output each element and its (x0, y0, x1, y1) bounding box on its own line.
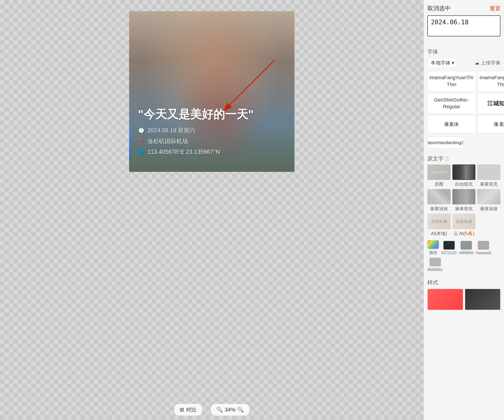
thumb-item-tairai: 泰莱填充 (477, 164, 500, 187)
location-row: 📍 洛杉矶国际机场 (138, 137, 254, 145)
thumb-grid-1: 2017.07.17 原图 自动填充 泰莱填充 (427, 164, 500, 187)
upload-font-label: 上传字体 (481, 60, 500, 66)
location-text: 洛杉矶国际机场 (147, 137, 188, 145)
thumb-auto[interactable] (452, 164, 476, 180)
location-icon: 📍 (138, 138, 144, 145)
color-swatch-gradient[interactable] (427, 240, 439, 249)
color-label-1: #272c33 (441, 251, 457, 255)
font-name-3: GenShinGothic-Regular (429, 97, 474, 111)
thumb-label-ai-cloud: 云 AI(5🔥) (454, 231, 474, 237)
right-panel: 取消选中 重置 2024.06.18 字体 本地字体 ▾ ☁ 上传字体 imam… (424, 0, 504, 420)
font-card-1[interactable]: imamaFangYuanTiV Thin (427, 71, 476, 92)
thumb-label-liquid-fill: 液体填充 (455, 206, 473, 212)
thumb-liquid-smear[interactable] (477, 189, 500, 204)
thumb-item-ai-cloud: 点击生成 云 AI(5🔥) (452, 214, 476, 236)
thumb-label-tairai: 泰莱填充 (480, 181, 498, 187)
panel-header: 取消选中 重置 (427, 5, 500, 12)
font-card-6[interactable]: 像素体 (478, 115, 504, 133)
zoom-in-icon: 🔍 (237, 407, 244, 413)
color-row: 颜色 #272c33 #8f989d #aeaaa5 #b5b6bc (427, 240, 500, 272)
compare-button[interactable]: ⊞ 对比 (174, 404, 202, 415)
photo-background: "今天又是美好的一天" 🕐 2024.06.18 星期六 📍 洛杉矶国际机场 🌐… (129, 11, 294, 172)
thumb-orig[interactable]: 2017.07.17 (427, 164, 451, 180)
thumb-item-orig: 2017.07.17 原图 (427, 164, 451, 187)
style-thumb-grid (427, 289, 500, 310)
partial-font-row: TasonHandwriting2- (427, 137, 500, 149)
original-text-section: 原文字 ? 2017.07.17 原图 自动填充 (427, 155, 500, 236)
font-name-1a: imamaFangYuanTiV (429, 74, 474, 81)
thumb-label-orig: 原图 (435, 181, 444, 187)
reset-button[interactable]: 重置 (490, 5, 500, 12)
thumb-label-ai-local: AI(本地) (431, 231, 447, 237)
zoom-value: 34% (225, 407, 235, 413)
deselect-label: 取消选中 (427, 5, 451, 12)
color-swatch-4[interactable] (429, 257, 441, 267)
color-label-3: #aeaaa5 (476, 251, 491, 255)
color-item-4: #b5b6bc (427, 257, 443, 272)
font-grid: imamaFangYuanTiV Thin imamaFangYuanTiV T… (427, 71, 500, 133)
color-item-3: #aeaaa5 (476, 241, 491, 255)
date-row: 🕐 2024.06.18 星期六 (138, 127, 254, 134)
zoom-button[interactable]: 🔍 34% 🔍 (211, 404, 249, 415)
color-section: 颜色 #272c33 #8f989d #aeaaa5 #b5b6bc (427, 240, 500, 272)
coords-row: 🌐 113.405678°E 23.135967°N (138, 148, 254, 155)
font-name-5: 像素体 (444, 121, 459, 128)
click-generate-label-2: 点击生成 (456, 219, 472, 224)
thumb-smear[interactable] (427, 189, 451, 204)
thumb-item-liquid-fill: 液体填充 (452, 189, 476, 212)
font-name-4: 江城知音体 (487, 99, 504, 107)
local-font-label: 本地字体 (431, 60, 450, 66)
thumb-grid-ai: 点击生成 AI(本地) 点击生成 云 AI(5🔥) (427, 214, 500, 236)
color-swatch-1[interactable] (443, 241, 455, 250)
font-section-label: 字体 (427, 48, 500, 55)
original-label-row: 原文字 ? (427, 155, 500, 162)
thumb-liquid-fill[interactable] (452, 189, 476, 204)
thumb-tairai[interactable] (477, 164, 500, 180)
thumb-ai-cloud[interactable]: 点击生成 (452, 214, 476, 229)
thumb-item-smear: 泰莱涂抹 (427, 189, 451, 212)
local-font-button[interactable]: 本地字体 ▾ (427, 58, 457, 68)
color-swatch-2[interactable] (460, 241, 472, 250)
thumb-ai-local[interactable]: 点击生成 (427, 214, 451, 229)
coords-text: 113.405678°E 23.135967°N (147, 148, 220, 155)
divider-1 (427, 45, 500, 45)
color-item-1: #272c33 (441, 241, 457, 255)
help-icon[interactable]: ? (445, 157, 449, 161)
compare-icon: ⊞ (180, 407, 184, 413)
color-swatch-3[interactable] (478, 241, 489, 250)
font-name-1b: Thin (429, 81, 474, 88)
style-thumb-2[interactable] (465, 289, 501, 310)
font-name-6: 像素体 (494, 121, 504, 128)
style-thumb-1[interactable] (427, 289, 463, 310)
upload-font-button[interactable]: ☁ 上传字体 (474, 60, 500, 66)
photo-frame: "今天又是美好的一天" 🕐 2024.06.18 星期六 📍 洛杉矶国际机场 🌐… (129, 11, 294, 172)
font-card-3[interactable]: GenShinGothic-Regular (427, 93, 476, 114)
style-section-label: 样式 (427, 279, 500, 286)
color-label-2: #8f989d (459, 251, 473, 255)
original-text-label: 原文字 (427, 155, 444, 162)
thumb-grid-2: 泰莱涂抹 液体填充 液体涂抹 (427, 189, 500, 212)
font-card-4[interactable]: 江城知音体 (478, 93, 504, 114)
font-card-5[interactable]: 像素体 (427, 115, 476, 133)
thumb-label-smear: 泰莱涂抹 (430, 206, 448, 212)
thumb-item-liquid-smear: 液体涂抹 (477, 189, 500, 212)
font-selector-row: 本地字体 ▾ ☁ 上传字体 (427, 58, 500, 68)
style-section: 样式 (427, 279, 500, 310)
thumb-item-ai-local: 点击生成 AI(本地) (427, 214, 451, 236)
font-name-2a: imamaFangYuanTiV (480, 74, 504, 81)
font-card-2[interactable]: imamaFangYuanTiV Thin (478, 71, 504, 92)
thumb-label-liquid-smear: 液体涂抹 (480, 206, 498, 212)
bottom-toolbar: ⊞ 对比 🔍 34% 🔍 (174, 404, 249, 415)
canvas-area: "今天又是美好的一天" 🕐 2024.06.18 星期六 📍 洛杉矶国际机场 🌐… (0, 0, 424, 420)
upload-icon: ☁ (474, 60, 480, 66)
font-name-2b: Thin (480, 81, 504, 88)
text-input[interactable]: 2024.06.18 (427, 15, 500, 36)
blue-accent-line (129, 129, 131, 158)
font-name-partial: TasonHandwriting2- (427, 140, 463, 145)
color-item-gradient: 颜色 (427, 240, 439, 255)
font-card-partial[interactable]: TasonHandwriting2- (427, 137, 463, 149)
compare-label: 对比 (186, 406, 197, 413)
quote-text: "今天又是美好的一天" (138, 107, 254, 121)
date-text: 2024.06.18 星期六 (147, 127, 195, 134)
click-generate-label-1: 点击生成 (431, 219, 447, 224)
